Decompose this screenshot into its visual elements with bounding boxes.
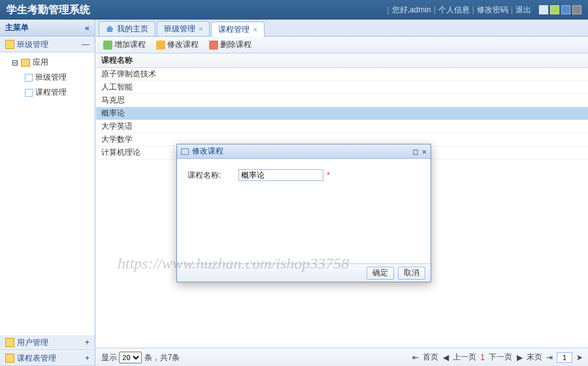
tab-strip: 我的主页 班级管理 × 课程管理 × <box>96 20 588 37</box>
window-icon <box>181 148 189 155</box>
plus-icon: + <box>85 354 90 363</box>
ok-button[interactable]: 确定 <box>367 267 394 280</box>
link-change-password[interactable]: 修改密码 <box>477 5 508 16</box>
folder-icon <box>5 354 14 363</box>
prev-page-icon[interactable]: ◀ <box>442 353 449 362</box>
accordion-user-mgmt[interactable]: 用户管理 + <box>0 335 95 350</box>
course-name-input[interactable] <box>238 169 323 181</box>
grid-header[interactable]: 课程名称 <box>96 54 588 68</box>
tab-label: 课程管理 <box>218 24 250 35</box>
pager-right: ⇤ 首页 ◀ 上一页 1 下一页 ▶ 末页 ⇥ ➤ <box>412 352 583 363</box>
theme-swatch-2[interactable] <box>550 5 559 14</box>
table-row[interactable]: 大学英语 <box>96 120 588 133</box>
required-indicator: * <box>327 171 330 180</box>
tree-root-app[interactable]: ⊟ 应用 <box>0 55 95 70</box>
tree-item-class-mgmt[interactable]: 班级管理 <box>0 70 95 85</box>
close-icon[interactable]: ✕ <box>422 147 427 156</box>
page-size-select[interactable]: 20 <box>119 352 142 363</box>
last-page-link[interactable]: 末页 <box>527 352 542 363</box>
sidebar: 主菜单 « 班级管理 — ⊟ 应用 班级管理 课程管理 <box>0 20 95 366</box>
tab-class-mgmt[interactable]: 班级管理 × <box>157 21 210 36</box>
minus-icon: — <box>82 40 90 49</box>
link-profile[interactable]: 个人信息 <box>438 5 470 16</box>
accordion-body: ⊟ 应用 班级管理 课程管理 <box>0 52 95 335</box>
tab-label: 班级管理 <box>164 24 195 35</box>
tree-item-label: 课程管理 <box>35 87 67 98</box>
tab-home[interactable]: 我的主页 <box>99 21 155 36</box>
table-row[interactable]: 人工智能 <box>96 81 588 94</box>
last-page-icon[interactable]: ⇥ <box>546 353 553 362</box>
home-icon <box>106 25 114 32</box>
close-icon[interactable]: × <box>253 25 257 33</box>
link-logout[interactable]: 退出 <box>515 5 531 16</box>
greeting-text: 您好,admin <box>392 5 431 16</box>
dialog-footer: 确定 取消 <box>177 263 431 282</box>
app-title: 学生考勤管理系统 <box>7 3 90 17</box>
sidebar-title-bar: 主菜单 « <box>0 20 95 37</box>
field-label-course-name: 课程名称: <box>188 170 227 181</box>
dialog-title: 修改课程 <box>192 146 223 157</box>
sidebar-title: 主菜单 <box>5 22 29 33</box>
plus-icon: + <box>85 338 90 347</box>
accordion-label: 班级管理 <box>17 40 48 49</box>
cancel-button[interactable]: 取消 <box>398 267 425 280</box>
tab-label: 我的主页 <box>117 24 148 35</box>
file-icon <box>25 74 33 82</box>
theme-swatches <box>539 5 581 14</box>
table-row[interactable]: 马克思 <box>96 94 588 107</box>
collapse-sidebar-icon[interactable]: « <box>85 24 90 33</box>
dialog-titlebar[interactable]: 修改课程 □ ✕ <box>177 144 431 159</box>
page-number-input[interactable] <box>557 352 572 363</box>
table-row[interactable]: 原子弹制造技术 <box>96 68 588 81</box>
file-icon <box>25 89 33 97</box>
theme-swatch-3[interactable] <box>561 5 570 14</box>
add-icon <box>103 41 112 50</box>
app-header: 学生考勤管理系统 | 您好,admin | 个人信息 | 修改密码 | 退出 <box>0 0 588 20</box>
accordion-label: 用户管理 <box>17 338 48 347</box>
table-row[interactable]: 概率论 <box>96 107 588 120</box>
pager: 显示 20 条，共7条 ⇤ 首页 ◀ 上一页 1 下一页 ▶ 末页 ⇥ ➤ <box>96 348 588 366</box>
next-page-icon[interactable]: ▶ <box>516 353 523 362</box>
tree-root-label: 应用 <box>33 57 48 68</box>
edit-course-dialog: 修改课程 □ ✕ 课程名称: * 确定 取消 <box>176 144 431 282</box>
theme-swatch-1[interactable] <box>539 5 548 14</box>
folder-icon <box>5 40 14 49</box>
theme-swatch-4[interactable] <box>572 5 581 14</box>
folder-icon <box>5 338 14 347</box>
delete-icon <box>209 41 218 50</box>
delete-course-button[interactable]: 删除课程 <box>206 38 255 52</box>
first-page-icon[interactable]: ⇤ <box>412 353 419 362</box>
pager-show-label: 显示 <box>101 353 117 362</box>
prev-page-link[interactable]: 上一页 <box>453 352 476 363</box>
go-page-icon[interactable]: ➤ <box>576 353 583 362</box>
tab-course-mgmt[interactable]: 课程管理 × <box>211 22 264 37</box>
next-page-link[interactable]: 下一页 <box>489 352 512 363</box>
add-course-button[interactable]: 增加课程 <box>100 38 149 52</box>
first-page-link[interactable]: 首页 <box>423 352 438 363</box>
header-links: | 您好,admin | 个人信息 | 修改密码 | 退出 <box>387 5 581 16</box>
close-icon[interactable]: × <box>199 25 203 33</box>
tree-item-course-mgmt[interactable]: 课程管理 <box>0 85 95 100</box>
maximize-icon[interactable]: □ <box>414 147 418 156</box>
edit-icon <box>156 41 165 50</box>
accordion-label: 课程表管理 <box>17 354 56 363</box>
dialog-body: 课程名称: * <box>177 159 431 263</box>
folder-icon <box>21 59 30 67</box>
accordion-class-mgmt[interactable]: 班级管理 — <box>0 37 95 52</box>
tree-item-label: 班级管理 <box>35 72 67 83</box>
edit-course-button[interactable]: 修改课程 <box>153 38 202 52</box>
accordion-schedule-mgmt[interactable]: 课程表管理 + <box>0 350 95 366</box>
pager-left: 显示 20 条，共7条 <box>101 352 180 363</box>
pager-count: 条，共7条 <box>144 353 180 362</box>
toolbar: 增加课程 修改课程 删除课程 <box>96 37 588 54</box>
